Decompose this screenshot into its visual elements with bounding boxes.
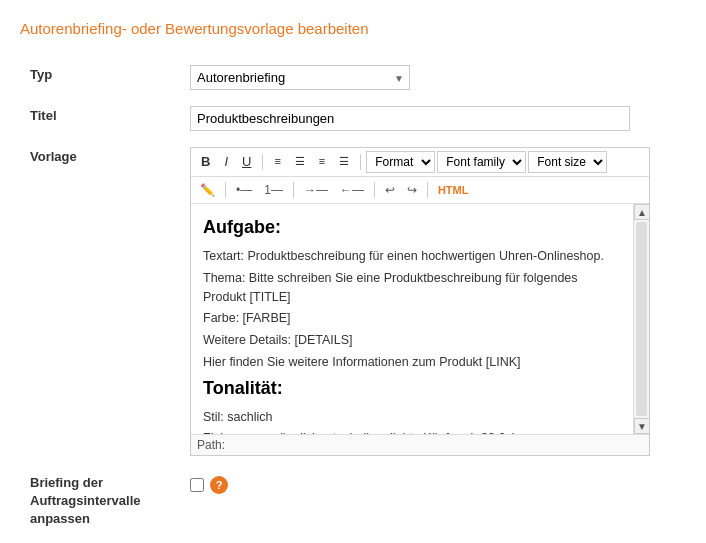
format-select[interactable]: Format (366, 151, 435, 173)
unordered-list-button[interactable]: •— (231, 180, 257, 200)
briefing-checkbox-area: ? (190, 476, 676, 494)
editor-line-3: Farbe: [FARBE] (203, 309, 621, 328)
editor-line-6: Stil: sachlich (203, 408, 621, 427)
font-family-select[interactable]: Font family (437, 151, 526, 173)
editor-body: Aufgabe: Textart: Produktbeschreibung fü… (191, 204, 649, 434)
separator-2 (360, 154, 361, 170)
outdent-button[interactable]: ←― (335, 180, 369, 200)
align-justify-button[interactable]: ☰ (333, 152, 355, 171)
editor-line-7: Zielgruppe: männliche, technikverliebte … (203, 429, 621, 434)
typ-select-wrapper: Autorenbriefing Bewertungsvorlage (190, 65, 410, 90)
vorlage-label: Vorlage (20, 139, 180, 464)
titel-label: Titel (20, 98, 180, 139)
undo-button[interactable]: ↩ (380, 180, 400, 200)
path-bar: Path: (191, 434, 649, 455)
path-label: Path: (197, 438, 225, 452)
editor-line-4: Weitere Details: [DETAILS] (203, 331, 621, 350)
scroll-thumb[interactable] (636, 222, 647, 416)
editor-heading-1: Aufgabe: (203, 214, 621, 241)
indent-button[interactable]: →― (299, 180, 333, 200)
toolbar-row2: ✏️ •— 1— →― ←― ↩ ↪ HTML (191, 177, 649, 204)
font-size-select[interactable]: Font size (528, 151, 607, 173)
typ-label: Typ (20, 57, 180, 98)
help-icon[interactable]: ? (210, 476, 228, 494)
scroll-down[interactable]: ▼ (634, 418, 650, 434)
briefing-label: Briefing der Auftragsintervalle anpassen (20, 464, 180, 537)
page-title: Autorenbriefing- oder Bewertungsvorlage … (20, 20, 686, 37)
italic-button[interactable]: I (218, 151, 234, 173)
scrollbar[interactable]: ▲ ▼ (633, 204, 649, 434)
briefing-checkbox[interactable] (190, 478, 204, 492)
scroll-up[interactable]: ▲ (634, 204, 650, 220)
align-center-button[interactable]: ☰ (289, 152, 311, 171)
editor-line-1: Textart: Produktbeschreibung für einen h… (203, 247, 621, 266)
editor-content[interactable]: Aufgabe: Textart: Produktbeschreibung fü… (191, 204, 633, 434)
separator-5 (374, 182, 375, 198)
editor-heading-2: Tonalität: (203, 375, 621, 402)
edit-icon-button[interactable]: ✏️ (195, 180, 220, 200)
typ-select[interactable]: Autorenbriefing Bewertungsvorlage (190, 65, 410, 90)
titel-input[interactable] (190, 106, 630, 131)
separator-6 (427, 182, 428, 198)
redo-button[interactable]: ↪ (402, 180, 422, 200)
ordered-list-button[interactable]: 1— (259, 180, 288, 200)
bold-button[interactable]: B (195, 151, 216, 173)
separator-3 (225, 182, 226, 198)
editor-line-2: Thema: Bitte schreiben Sie eine Produktb… (203, 269, 621, 307)
underline-button[interactable]: U (236, 151, 257, 173)
separator-4 (293, 182, 294, 198)
separator-1 (262, 154, 263, 170)
toolbar-row1: B I U ≡ ☰ ≡ ☰ Format Font family (191, 148, 649, 177)
align-right-button[interactable]: ≡ (313, 152, 331, 171)
align-left-button[interactable]: ≡ (268, 152, 286, 171)
html-button[interactable]: HTML (433, 180, 474, 200)
editor-line-5: Hier finden Sie weitere Informationen zu… (203, 353, 621, 372)
editor-container: B I U ≡ ☰ ≡ ☰ Format Font family (190, 147, 650, 456)
